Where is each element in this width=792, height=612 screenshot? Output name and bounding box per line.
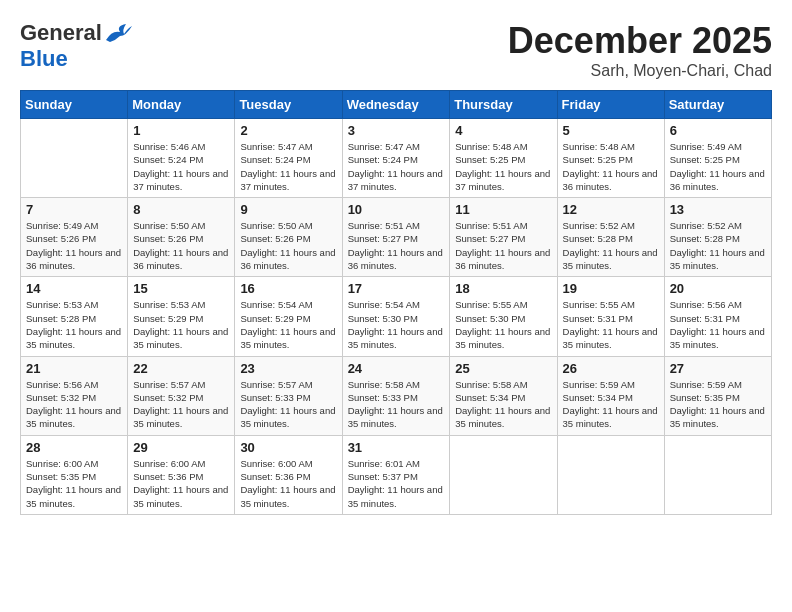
day-info: Sunrise: 5:59 AMSunset: 5:35 PMDaylight:…: [670, 378, 766, 431]
calendar-cell: 30Sunrise: 6:00 AMSunset: 5:36 PMDayligh…: [235, 435, 342, 514]
day-number: 10: [348, 202, 445, 217]
weekday-header: Wednesday: [342, 91, 450, 119]
calendar-cell: 13Sunrise: 5:52 AMSunset: 5:28 PMDayligh…: [664, 198, 771, 277]
day-number: 29: [133, 440, 229, 455]
calendar-cell: 17Sunrise: 5:54 AMSunset: 5:30 PMDayligh…: [342, 277, 450, 356]
day-info: Sunrise: 5:48 AMSunset: 5:25 PMDaylight:…: [563, 140, 659, 193]
calendar-week-row: 1Sunrise: 5:46 AMSunset: 5:24 PMDaylight…: [21, 119, 772, 198]
weekday-header: Saturday: [664, 91, 771, 119]
calendar-cell: 8Sunrise: 5:50 AMSunset: 5:26 PMDaylight…: [128, 198, 235, 277]
calendar-cell: 4Sunrise: 5:48 AMSunset: 5:25 PMDaylight…: [450, 119, 557, 198]
calendar-cell: 19Sunrise: 5:55 AMSunset: 5:31 PMDayligh…: [557, 277, 664, 356]
title-block: December 2025 Sarh, Moyen-Chari, Chad: [508, 20, 772, 80]
day-number: 22: [133, 361, 229, 376]
day-number: 12: [563, 202, 659, 217]
day-info: Sunrise: 5:51 AMSunset: 5:27 PMDaylight:…: [455, 219, 551, 272]
calendar-cell: 5Sunrise: 5:48 AMSunset: 5:25 PMDaylight…: [557, 119, 664, 198]
day-info: Sunrise: 5:49 AMSunset: 5:25 PMDaylight:…: [670, 140, 766, 193]
calendar-cell: 27Sunrise: 5:59 AMSunset: 5:35 PMDayligh…: [664, 356, 771, 435]
calendar-table: SundayMondayTuesdayWednesdayThursdayFrid…: [20, 90, 772, 515]
calendar-cell: 7Sunrise: 5:49 AMSunset: 5:26 PMDaylight…: [21, 198, 128, 277]
day-info: Sunrise: 5:57 AMSunset: 5:33 PMDaylight:…: [240, 378, 336, 431]
day-number: 24: [348, 361, 445, 376]
day-info: Sunrise: 6:00 AMSunset: 5:36 PMDaylight:…: [133, 457, 229, 510]
calendar-cell: 29Sunrise: 6:00 AMSunset: 5:36 PMDayligh…: [128, 435, 235, 514]
day-info: Sunrise: 5:54 AMSunset: 5:29 PMDaylight:…: [240, 298, 336, 351]
calendar-week-row: 14Sunrise: 5:53 AMSunset: 5:28 PMDayligh…: [21, 277, 772, 356]
calendar-cell: 1Sunrise: 5:46 AMSunset: 5:24 PMDaylight…: [128, 119, 235, 198]
day-number: 31: [348, 440, 445, 455]
calendar-cell: 12Sunrise: 5:52 AMSunset: 5:28 PMDayligh…: [557, 198, 664, 277]
day-info: Sunrise: 5:55 AMSunset: 5:31 PMDaylight:…: [563, 298, 659, 351]
day-number: 5: [563, 123, 659, 138]
calendar-cell: 31Sunrise: 6:01 AMSunset: 5:37 PMDayligh…: [342, 435, 450, 514]
calendar-cell: 9Sunrise: 5:50 AMSunset: 5:26 PMDaylight…: [235, 198, 342, 277]
day-number: 6: [670, 123, 766, 138]
day-info: Sunrise: 5:58 AMSunset: 5:34 PMDaylight:…: [455, 378, 551, 431]
calendar-cell: 3Sunrise: 5:47 AMSunset: 5:24 PMDaylight…: [342, 119, 450, 198]
calendar-cell: 24Sunrise: 5:58 AMSunset: 5:33 PMDayligh…: [342, 356, 450, 435]
calendar-cell: 15Sunrise: 5:53 AMSunset: 5:29 PMDayligh…: [128, 277, 235, 356]
calendar-cell: 11Sunrise: 5:51 AMSunset: 5:27 PMDayligh…: [450, 198, 557, 277]
calendar-cell: 2Sunrise: 5:47 AMSunset: 5:24 PMDaylight…: [235, 119, 342, 198]
weekday-header: Thursday: [450, 91, 557, 119]
day-number: 4: [455, 123, 551, 138]
logo-general-text: General: [20, 20, 102, 46]
day-info: Sunrise: 6:00 AMSunset: 5:35 PMDaylight:…: [26, 457, 122, 510]
weekday-header: Tuesday: [235, 91, 342, 119]
day-number: 15: [133, 281, 229, 296]
day-number: 30: [240, 440, 336, 455]
calendar-week-row: 21Sunrise: 5:56 AMSunset: 5:32 PMDayligh…: [21, 356, 772, 435]
day-number: 2: [240, 123, 336, 138]
calendar-cell: 18Sunrise: 5:55 AMSunset: 5:30 PMDayligh…: [450, 277, 557, 356]
calendar-cell: [557, 435, 664, 514]
day-number: 18: [455, 281, 551, 296]
day-number: 19: [563, 281, 659, 296]
day-info: Sunrise: 5:53 AMSunset: 5:28 PMDaylight:…: [26, 298, 122, 351]
calendar-header-row: SundayMondayTuesdayWednesdayThursdayFrid…: [21, 91, 772, 119]
weekday-header: Monday: [128, 91, 235, 119]
day-info: Sunrise: 5:49 AMSunset: 5:26 PMDaylight:…: [26, 219, 122, 272]
day-number: 20: [670, 281, 766, 296]
day-number: 11: [455, 202, 551, 217]
calendar-cell: 20Sunrise: 5:56 AMSunset: 5:31 PMDayligh…: [664, 277, 771, 356]
day-info: Sunrise: 5:50 AMSunset: 5:26 PMDaylight:…: [133, 219, 229, 272]
calendar-cell: 23Sunrise: 5:57 AMSunset: 5:33 PMDayligh…: [235, 356, 342, 435]
day-number: 16: [240, 281, 336, 296]
day-number: 7: [26, 202, 122, 217]
day-info: Sunrise: 6:01 AMSunset: 5:37 PMDaylight:…: [348, 457, 445, 510]
day-number: 26: [563, 361, 659, 376]
day-number: 13: [670, 202, 766, 217]
location-title: Sarh, Moyen-Chari, Chad: [508, 62, 772, 80]
calendar-cell: 10Sunrise: 5:51 AMSunset: 5:27 PMDayligh…: [342, 198, 450, 277]
logo: General Blue: [20, 20, 132, 72]
calendar-cell: 28Sunrise: 6:00 AMSunset: 5:35 PMDayligh…: [21, 435, 128, 514]
calendar-cell: 21Sunrise: 5:56 AMSunset: 5:32 PMDayligh…: [21, 356, 128, 435]
day-info: Sunrise: 5:51 AMSunset: 5:27 PMDaylight:…: [348, 219, 445, 272]
day-info: Sunrise: 6:00 AMSunset: 5:36 PMDaylight:…: [240, 457, 336, 510]
calendar-cell: 26Sunrise: 5:59 AMSunset: 5:34 PMDayligh…: [557, 356, 664, 435]
day-number: 1: [133, 123, 229, 138]
day-number: 14: [26, 281, 122, 296]
calendar-cell: 25Sunrise: 5:58 AMSunset: 5:34 PMDayligh…: [450, 356, 557, 435]
day-number: 17: [348, 281, 445, 296]
day-info: Sunrise: 5:47 AMSunset: 5:24 PMDaylight:…: [240, 140, 336, 193]
day-info: Sunrise: 5:58 AMSunset: 5:33 PMDaylight:…: [348, 378, 445, 431]
day-info: Sunrise: 5:54 AMSunset: 5:30 PMDaylight:…: [348, 298, 445, 351]
day-number: 25: [455, 361, 551, 376]
page-header: General Blue December 2025 Sarh, Moyen-C…: [20, 20, 772, 80]
day-number: 9: [240, 202, 336, 217]
weekday-header: Sunday: [21, 91, 128, 119]
day-number: 28: [26, 440, 122, 455]
day-number: 8: [133, 202, 229, 217]
calendar-week-row: 7Sunrise: 5:49 AMSunset: 5:26 PMDaylight…: [21, 198, 772, 277]
calendar-cell: [664, 435, 771, 514]
day-info: Sunrise: 5:59 AMSunset: 5:34 PMDaylight:…: [563, 378, 659, 431]
day-number: 23: [240, 361, 336, 376]
calendar-cell: 22Sunrise: 5:57 AMSunset: 5:32 PMDayligh…: [128, 356, 235, 435]
logo-blue-text: Blue: [20, 46, 68, 72]
day-info: Sunrise: 5:56 AMSunset: 5:31 PMDaylight:…: [670, 298, 766, 351]
day-info: Sunrise: 5:48 AMSunset: 5:25 PMDaylight:…: [455, 140, 551, 193]
calendar-cell: [21, 119, 128, 198]
day-info: Sunrise: 5:46 AMSunset: 5:24 PMDaylight:…: [133, 140, 229, 193]
